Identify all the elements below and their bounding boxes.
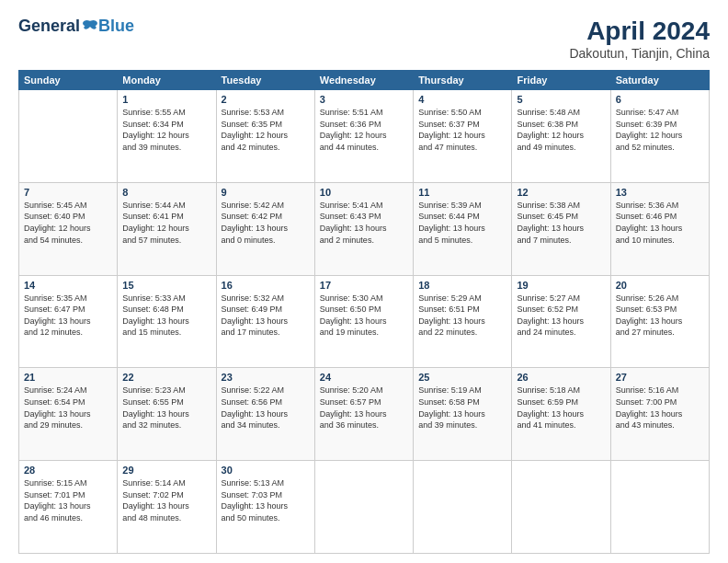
- day-number: 2: [222, 94, 310, 105]
- day-number: 23: [222, 372, 310, 383]
- calendar-week-5: 28Sunrise: 5:15 AM Sunset: 7:01 PM Dayli…: [19, 461, 710, 554]
- calendar: Sunday Monday Tuesday Wednesday Thursday…: [18, 70, 710, 554]
- day-number: 11: [418, 187, 506, 198]
- calendar-cell: 14Sunrise: 5:35 AM Sunset: 6:47 PM Dayli…: [19, 275, 118, 368]
- calendar-week-4: 21Sunrise: 5:24 AM Sunset: 6:54 PM Dayli…: [19, 368, 710, 461]
- day-info: Sunrise: 5:47 AM Sunset: 6:39 PM Dayligh…: [616, 107, 704, 153]
- calendar-cell: 13Sunrise: 5:36 AM Sunset: 6:46 PM Dayli…: [610, 182, 709, 275]
- calendar-cell: [19, 90, 118, 183]
- title-block: April 2024 Dakoutun, Tianjin, China: [569, 17, 710, 61]
- calendar-cell: 16Sunrise: 5:32 AM Sunset: 6:49 PM Dayli…: [216, 275, 314, 368]
- page: General Blue April 2024 Dakoutun, Tianji…: [0, 0, 728, 563]
- calendar-cell: 27Sunrise: 5:16 AM Sunset: 7:00 PM Dayli…: [610, 368, 709, 461]
- day-info: Sunrise: 5:32 AM Sunset: 6:49 PM Dayligh…: [222, 293, 310, 339]
- day-number: 14: [24, 280, 112, 291]
- day-number: 21: [24, 372, 112, 383]
- day-info: Sunrise: 5:38 AM Sunset: 6:45 PM Dayligh…: [517, 200, 605, 246]
- calendar-cell: 21Sunrise: 5:24 AM Sunset: 6:54 PM Dayli…: [19, 368, 118, 461]
- day-number: 3: [320, 94, 408, 105]
- logo-blue: Blue: [98, 17, 134, 36]
- day-info: Sunrise: 5:27 AM Sunset: 6:52 PM Dayligh…: [517, 293, 605, 339]
- calendar-cell: 20Sunrise: 5:26 AM Sunset: 6:53 PM Dayli…: [610, 275, 709, 368]
- day-info: Sunrise: 5:50 AM Sunset: 6:37 PM Dayligh…: [418, 107, 506, 153]
- calendar-cell: 29Sunrise: 5:14 AM Sunset: 7:02 PM Dayli…: [118, 461, 216, 554]
- calendar-cell: 24Sunrise: 5:20 AM Sunset: 6:57 PM Dayli…: [314, 368, 413, 461]
- logo-text: General Blue: [18, 17, 134, 36]
- col-tuesday: Tuesday: [216, 71, 314, 90]
- day-number: 24: [320, 372, 408, 383]
- day-number: 16: [222, 280, 310, 291]
- header: General Blue April 2024 Dakoutun, Tianji…: [18, 17, 710, 61]
- day-number: 10: [320, 187, 408, 198]
- calendar-cell: [414, 461, 512, 554]
- page-title: April 2024: [569, 17, 710, 46]
- calendar-cell: 25Sunrise: 5:19 AM Sunset: 6:58 PM Dayli…: [414, 368, 512, 461]
- day-number: 13: [616, 187, 704, 198]
- logo: General Blue: [18, 17, 134, 36]
- col-wednesday: Wednesday: [314, 71, 413, 90]
- calendar-week-1: 1Sunrise: 5:55 AM Sunset: 6:34 PM Daylig…: [19, 90, 710, 183]
- day-number: 9: [222, 187, 310, 198]
- day-info: Sunrise: 5:30 AM Sunset: 6:50 PM Dayligh…: [320, 293, 408, 339]
- day-number: 12: [517, 187, 605, 198]
- day-info: Sunrise: 5:33 AM Sunset: 6:48 PM Dayligh…: [122, 293, 210, 339]
- day-info: Sunrise: 5:36 AM Sunset: 6:46 PM Dayligh…: [616, 200, 704, 246]
- calendar-cell: 18Sunrise: 5:29 AM Sunset: 6:51 PM Dayli…: [414, 275, 512, 368]
- day-number: 30: [222, 465, 310, 476]
- calendar-cell: 28Sunrise: 5:15 AM Sunset: 7:01 PM Dayli…: [19, 461, 118, 554]
- calendar-table: Sunday Monday Tuesday Wednesday Thursday…: [18, 70, 710, 554]
- day-number: 4: [418, 94, 506, 105]
- col-monday: Monday: [118, 71, 216, 90]
- day-info: Sunrise: 5:44 AM Sunset: 6:41 PM Dayligh…: [122, 200, 210, 246]
- calendar-cell: 19Sunrise: 5:27 AM Sunset: 6:52 PM Dayli…: [512, 275, 610, 368]
- day-number: 20: [616, 280, 704, 291]
- day-number: 6: [616, 94, 704, 105]
- day-number: 8: [122, 187, 210, 198]
- day-info: Sunrise: 5:20 AM Sunset: 6:57 PM Dayligh…: [320, 385, 408, 431]
- col-thursday: Thursday: [414, 71, 512, 90]
- page-subtitle: Dakoutun, Tianjin, China: [569, 46, 710, 61]
- calendar-cell: [610, 461, 709, 554]
- day-info: Sunrise: 5:23 AM Sunset: 6:55 PM Dayligh…: [122, 385, 210, 431]
- calendar-week-3: 14Sunrise: 5:35 AM Sunset: 6:47 PM Dayli…: [19, 275, 710, 368]
- calendar-cell: 3Sunrise: 5:51 AM Sunset: 6:36 PM Daylig…: [314, 90, 413, 183]
- day-info: Sunrise: 5:15 AM Sunset: 7:01 PM Dayligh…: [24, 477, 112, 523]
- col-saturday: Saturday: [610, 71, 709, 90]
- calendar-cell: 5Sunrise: 5:48 AM Sunset: 6:38 PM Daylig…: [512, 90, 610, 183]
- day-number: 27: [616, 372, 704, 383]
- calendar-cell: 23Sunrise: 5:22 AM Sunset: 6:56 PM Dayli…: [216, 368, 314, 461]
- calendar-cell: [512, 461, 610, 554]
- calendar-cell: 7Sunrise: 5:45 AM Sunset: 6:40 PM Daylig…: [19, 182, 118, 275]
- day-info: Sunrise: 5:14 AM Sunset: 7:02 PM Dayligh…: [122, 477, 210, 523]
- calendar-cell: [314, 461, 413, 554]
- calendar-header: Sunday Monday Tuesday Wednesday Thursday…: [19, 71, 710, 90]
- day-number: 19: [517, 280, 605, 291]
- calendar-cell: 4Sunrise: 5:50 AM Sunset: 6:37 PM Daylig…: [414, 90, 512, 183]
- logo-bird-icon: [82, 18, 98, 35]
- day-number: 15: [122, 280, 210, 291]
- calendar-cell: 30Sunrise: 5:13 AM Sunset: 7:03 PM Dayli…: [216, 461, 314, 554]
- day-info: Sunrise: 5:22 AM Sunset: 6:56 PM Dayligh…: [222, 385, 310, 431]
- day-number: 7: [24, 187, 112, 198]
- day-info: Sunrise: 5:18 AM Sunset: 6:59 PM Dayligh…: [517, 385, 605, 431]
- day-info: Sunrise: 5:13 AM Sunset: 7:03 PM Dayligh…: [222, 477, 310, 523]
- calendar-cell: 1Sunrise: 5:55 AM Sunset: 6:34 PM Daylig…: [118, 90, 216, 183]
- calendar-cell: 2Sunrise: 5:53 AM Sunset: 6:35 PM Daylig…: [216, 90, 314, 183]
- day-info: Sunrise: 5:16 AM Sunset: 7:00 PM Dayligh…: [616, 385, 704, 431]
- day-info: Sunrise: 5:42 AM Sunset: 6:42 PM Dayligh…: [222, 200, 310, 246]
- day-number: 17: [320, 280, 408, 291]
- calendar-cell: 17Sunrise: 5:30 AM Sunset: 6:50 PM Dayli…: [314, 275, 413, 368]
- day-number: 22: [122, 372, 210, 383]
- day-number: 26: [517, 372, 605, 383]
- calendar-cell: 26Sunrise: 5:18 AM Sunset: 6:59 PM Dayli…: [512, 368, 610, 461]
- day-info: Sunrise: 5:55 AM Sunset: 6:34 PM Dayligh…: [122, 107, 210, 153]
- calendar-cell: 8Sunrise: 5:44 AM Sunset: 6:41 PM Daylig…: [118, 182, 216, 275]
- day-info: Sunrise: 5:51 AM Sunset: 6:36 PM Dayligh…: [320, 107, 408, 153]
- day-info: Sunrise: 5:29 AM Sunset: 6:51 PM Dayligh…: [418, 293, 506, 339]
- calendar-cell: 6Sunrise: 5:47 AM Sunset: 6:39 PM Daylig…: [610, 90, 709, 183]
- calendar-cell: 11Sunrise: 5:39 AM Sunset: 6:44 PM Dayli…: [414, 182, 512, 275]
- calendar-body: 1Sunrise: 5:55 AM Sunset: 6:34 PM Daylig…: [19, 90, 710, 554]
- day-info: Sunrise: 5:48 AM Sunset: 6:38 PM Dayligh…: [517, 107, 605, 153]
- col-friday: Friday: [512, 71, 610, 90]
- calendar-cell: 15Sunrise: 5:33 AM Sunset: 6:48 PM Dayli…: [118, 275, 216, 368]
